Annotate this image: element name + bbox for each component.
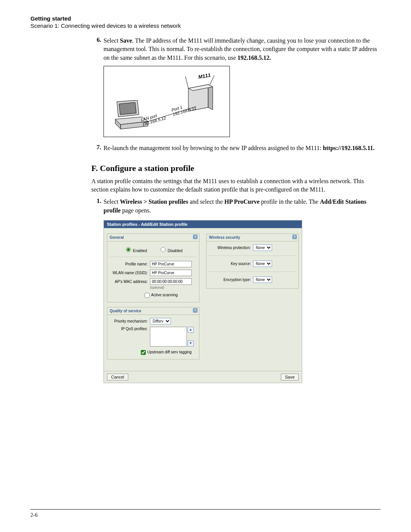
key-source-label: Key source: [209, 262, 253, 266]
text: and select the [188, 198, 224, 205]
profile-name: HP ProCurve [225, 198, 260, 205]
text: Select [104, 37, 120, 44]
text: Re-launch the management tool by browsin… [104, 145, 323, 151]
step-number: 7. [91, 144, 101, 152]
save-keyword: Save [120, 37, 132, 44]
text: profile in the table. The [260, 198, 320, 205]
step-f1: 1. Select Wireless > Station profiles an… [91, 198, 381, 215]
general-panel: General? Enabled Disabled Profile name: … [107, 233, 199, 302]
active-scanning-checkbox[interactable]: Active scanning [143, 293, 178, 297]
header-section: Scenario 1: Connecting wired devices to … [30, 22, 381, 29]
active-scanning-label: Active scanning [151, 293, 178, 297]
screenshot-title: Station profiles - Add/Edit Station prof… [104, 220, 302, 228]
url-value: https://192.168.5.11. [323, 145, 374, 151]
encryption-type-label: Encryption type: [209, 278, 253, 282]
step-6: 6. Select Save. The IP address of the M1… [91, 37, 381, 62]
priority-mechanism-label: Priority mechanism: [110, 319, 150, 323]
priority-mechanism-select[interactable]: Diffsrv [150, 318, 171, 324]
step-number: 6. [91, 37, 101, 62]
step-number: 1. [91, 198, 101, 215]
step-6-text: Select Save. The IP address of the M111 … [104, 37, 381, 62]
wlan-name-input[interactable] [150, 270, 192, 276]
profile-name-input[interactable] [150, 261, 192, 267]
mac-address-label: AP's MAC address: [110, 280, 150, 284]
enabled-label: Enabled [133, 249, 147, 253]
ip-qos-profiles-label: IP QoS profiles: [110, 327, 150, 331]
wireless-security-title: Wireless security [209, 235, 240, 240]
menu-path: Wireless > Station profiles [120, 198, 188, 205]
help-icon[interactable]: ? [193, 308, 198, 313]
encryption-type-select[interactable]: None [253, 276, 272, 283]
save-button[interactable]: Save [281, 374, 299, 380]
disabled-label: Disabled [168, 249, 183, 253]
step-f1-text: Select Wireless > Station profiles and s… [104, 198, 381, 215]
section-f-intro: A station profile contains the settings … [91, 177, 381, 194]
wireless-protection-label: Wireless protection: [209, 246, 253, 250]
profile-name-label: Profile name: [110, 262, 150, 266]
text: Select [104, 198, 120, 205]
help-icon[interactable]: ? [193, 235, 198, 239]
wireless-protection-select[interactable]: None [253, 244, 272, 251]
upstream-tagging-checkbox[interactable]: Upstream diff serv tagging [139, 350, 192, 354]
cancel-button[interactable]: Cancel [107, 374, 128, 380]
page-number: 2-6 [30, 512, 381, 518]
help-icon[interactable]: ? [292, 235, 297, 239]
general-title: General [110, 235, 124, 240]
move-up-icon[interactable]: ▲ [188, 327, 194, 333]
qos-title: Quality of service [110, 309, 141, 313]
disabled-radio[interactable]: Disabled [159, 249, 183, 253]
wireless-security-panel: Wireless security? Wireless protection: … [206, 233, 299, 289]
step-7: 7. Re-launch the management tool by brow… [91, 144, 381, 152]
qos-panel: Quality of service? Priority mechanism: … [107, 307, 199, 359]
ip-value: 192.168.5.12. [237, 54, 271, 61]
upstream-tagging-label: Upstream diff serv tagging [147, 350, 192, 354]
ip-qos-profiles-listbox[interactable] [150, 327, 187, 347]
header-chapter: Getting started [30, 15, 381, 22]
section-f-heading: F. Configure a station profile [91, 163, 381, 173]
key-source-select[interactable]: None [253, 260, 272, 267]
enabled-radio[interactable]: Enabled [124, 249, 147, 253]
mac-address-input[interactable] [150, 278, 192, 285]
optional-hint: (optional) [150, 286, 197, 289]
page-footer: 2-6 [30, 509, 381, 518]
text: page opens. [121, 207, 151, 214]
step-7-text: Re-launch the management tool by browsin… [104, 144, 381, 152]
station-profile-screenshot: Station profiles - Add/Edit Station prof… [104, 220, 302, 383]
move-down-icon[interactable]: ▼ [188, 340, 194, 347]
wlan-name-label: WLAN name (SSID): [110, 271, 150, 275]
network-diagram: M111 Port 1 192.168.5.11 LAN port 192 [104, 66, 230, 137]
